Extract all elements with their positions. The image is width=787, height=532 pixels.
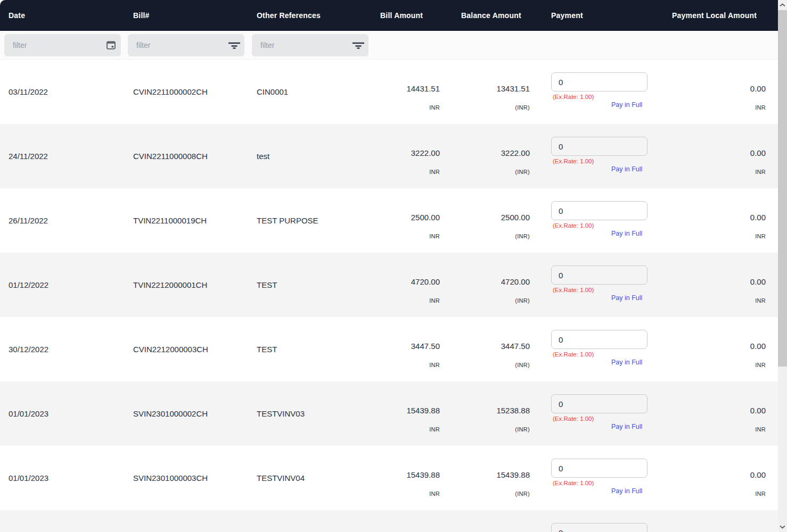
table-row: 26/11/2022 TVIN2211000019CH TEST PURPOSE… <box>0 188 778 253</box>
payment-amount-input[interactable] <box>551 265 647 285</box>
exchange-rate-note: (Ex.Rate: 1.00) <box>551 94 660 100</box>
payment-amount-input[interactable] <box>551 330 647 349</box>
column-header-payment: Payment <box>530 0 660 31</box>
date-filter <box>4 34 121 56</box>
balance-amount-value: 3222.00 <box>501 149 530 157</box>
bill-amount-currency: INR <box>429 105 440 111</box>
cell-payment-local-amount: 0.00 INR <box>660 446 778 510</box>
table-row: 01/01/2023 SVIN2301000003CH TESTVINV04 1… <box>0 446 778 510</box>
pay-in-full-link[interactable]: Pay in Full <box>611 423 642 430</box>
table-row: 01/12/2022 TVIN2212000001CH TEST 4720.00… <box>0 253 778 317</box>
cell-date <box>0 510 124 532</box>
payment-local-amount-value: 0.00 <box>750 213 766 221</box>
table-row: 24/11/2022 CVIN2211000008CH test 3222.00… <box>0 124 778 188</box>
payment-amount-input[interactable] <box>551 72 647 92</box>
bill-amount-currency: INR <box>429 491 440 497</box>
bill-amount-value: 15439.88 <box>406 406 440 414</box>
pay-in-full-link[interactable]: Pay in Full <box>611 294 642 302</box>
exchange-rate-note: (Ex.Rate: 1.00) <box>551 158 660 164</box>
payment-amount-input[interactable] <box>551 201 647 220</box>
exchange-rate-note: (Ex.Rate: 1.00) <box>551 351 660 358</box>
pay-in-full-link[interactable]: Pay in Full <box>611 165 642 173</box>
pay-in-full-link[interactable]: Pay in Full <box>611 487 642 495</box>
balance-amount-currency: (INR) <box>515 427 530 433</box>
cell-balance-amount <box>440 510 530 532</box>
cell-payment-local-amount: 0.00 INR <box>660 253 778 317</box>
cell-bill-amount: 2500.00 INR <box>372 188 440 253</box>
balance-amount-currency: (INR) <box>515 491 530 497</box>
payment-amount-input[interactable] <box>551 523 647 532</box>
cell-bill-amount: 4720.00 INR <box>372 253 440 317</box>
pay-in-full-link[interactable]: Pay in Full <box>611 101 642 109</box>
cell-payment-local-amount: 0.00 INR <box>660 60 778 124</box>
cell-balance-amount: 3222.00 (INR) <box>440 124 530 188</box>
pay-in-full-link[interactable]: Pay in Full <box>611 359 642 366</box>
chevron-up-icon[interactable] <box>778 0 787 10</box>
cell-date: 01/01/2023 <box>0 381 124 446</box>
payment-amount-input[interactable] <box>551 394 647 413</box>
cell-date: 03/11/2022 <box>0 60 124 124</box>
payment-local-amount-currency: INR <box>755 298 766 304</box>
table-row: 30/12/2022 CVIN2212000003CH TEST 3447.50… <box>0 317 778 381</box>
bill-amount-currency: INR <box>429 169 440 175</box>
column-header-date: Date <box>0 0 124 31</box>
cell-date: 01/01/2023 <box>0 446 124 510</box>
column-header-bill-number: Bill# <box>124 0 248 31</box>
balance-amount-value: 2500.00 <box>501 213 530 221</box>
balance-amount-currency: (INR) <box>515 234 530 239</box>
cell-bill-amount: 3222.00 INR <box>372 124 440 188</box>
cell-bill-number: TVIN2212000001CH <box>124 253 248 317</box>
bill-amount-currency: INR <box>429 298 440 304</box>
cell-other-references: CIN0001 <box>248 60 372 124</box>
cell-other-references: TESTVINV04 <box>248 446 372 510</box>
cell-balance-amount: 15439.88 (INR) <box>440 446 530 510</box>
payment-local-amount-currency: INR <box>755 169 766 175</box>
cell-date: 24/11/2022 <box>0 124 124 188</box>
payment-local-amount-value: 0.00 <box>750 278 766 286</box>
cell-payment: (Ex.Rate: 1.00) Pay in Full <box>530 253 660 317</box>
chevron-down-icon[interactable] <box>778 522 787 531</box>
payment-local-amount-currency: INR <box>755 491 766 497</box>
filter-row <box>0 31 778 60</box>
balance-amount-currency: (INR) <box>515 362 530 368</box>
cell-payment-local-amount: 0.00 INR <box>660 381 778 446</box>
cell-other-references <box>248 510 372 532</box>
cell-date: 26/11/2022 <box>0 188 124 253</box>
cell-bill-amount <box>372 510 440 532</box>
cell-balance-amount: 3447.50 (INR) <box>440 317 530 381</box>
filter-lines-icon[interactable] <box>224 40 244 50</box>
cell-other-references: test <box>248 124 372 188</box>
cell-bill-amount: 15439.88 INR <box>372 446 440 510</box>
cell-other-references: TEST <box>248 253 372 317</box>
exchange-rate-note: (Ex.Rate: 1.00) <box>551 222 660 229</box>
cell-bill-amount: 3447.50 INR <box>372 317 440 381</box>
bill-amount-currency: INR <box>429 362 440 368</box>
bill-amount-currency: INR <box>429 234 440 239</box>
balance-amount-value: 15439.88 <box>496 471 530 479</box>
table-row: 01/01/2023 SVIN2301000002CH TESTVINV03 1… <box>0 381 778 446</box>
cell-balance-amount: 15238.88 (INR) <box>440 381 530 446</box>
cell-payment: (Ex.Rate: 1.00) Pay in Full <box>530 317 660 381</box>
bill-number-filter <box>128 34 244 56</box>
cell-bill-number: TVIN2211000019CH <box>124 188 248 253</box>
payment-local-amount-currency: INR <box>755 105 766 111</box>
vertical-scrollbar[interactable] <box>778 0 787 532</box>
balance-amount-currency: (INR) <box>515 298 530 304</box>
other-references-filter-input[interactable] <box>252 40 348 50</box>
bill-amount-currency: INR <box>429 427 440 433</box>
pay-in-full-link[interactable]: Pay in Full <box>611 230 642 237</box>
bill-amount-value: 14431.51 <box>406 85 440 93</box>
filter-lines-icon[interactable] <box>348 40 368 50</box>
bill-number-filter-input[interactable] <box>128 40 224 50</box>
payment-amount-input[interactable] <box>551 137 647 156</box>
balance-amount-value: 4720.00 <box>501 278 530 286</box>
payment-amount-input[interactable] <box>551 459 647 478</box>
date-filter-input[interactable] <box>4 40 101 50</box>
cell-payment: (Ex.Rate: 1.00) Pay in Full <box>530 446 660 510</box>
cell-bill-number: CVIN2211000002CH <box>124 60 248 124</box>
cell-bill-number: SVIN2301000003CH <box>124 446 248 510</box>
balance-amount-value: 3447.50 <box>501 342 530 350</box>
calendar-icon[interactable] <box>101 40 121 50</box>
cell-bill-number: CVIN2212000003CH <box>124 317 248 381</box>
scrollbar-thumb[interactable] <box>778 10 787 367</box>
